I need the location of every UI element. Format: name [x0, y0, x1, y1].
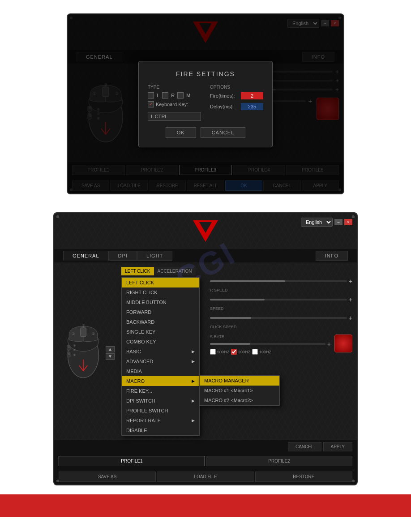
svg-rect-15	[81, 328, 86, 337]
tab2-general[interactable]: GENERAL	[63, 251, 109, 261]
macro-submenu: MACRO MANAGER MACRO #1 <Macro1> MACRO #2…	[199, 375, 280, 406]
button-subtabs: LEFT CLICK ACCELERATION	[121, 267, 206, 275]
delay-ms-row: Delay(ms):	[210, 103, 263, 110]
dropdown-right-click[interactable]: RIGHT CLICK	[122, 287, 199, 297]
window2: English – × GENERAL DPI LIGHT INFO	[53, 212, 358, 485]
svg-text:①: ①	[72, 332, 75, 336]
dialog-row-main: Type L R M ✓ Keyboard Key:	[148, 85, 263, 121]
bottom-row: S RATE + 500HZ	[210, 335, 352, 355]
s-rate-label: S RATE	[210, 335, 331, 339]
dropdown-fire-key[interactable]: FIRE KEY...	[122, 386, 199, 396]
rate-area: S RATE + 500HZ	[210, 335, 331, 355]
mouse-diagram-2: ① ② ③ ④ ⑤ ⑥ ⑦ ⑧ ▲ ▼	[59, 267, 117, 436]
submenu-macro-1[interactable]: MACRO #1 <Macro1>	[200, 386, 279, 395]
apply-btn-2[interactable]: APPLY	[323, 442, 353, 451]
accel-slider-3-row: +	[210, 314, 352, 322]
minimize-button-2[interactable]: –	[334, 219, 342, 225]
mouse-svg-2: ① ② ③ ④ ⑤ ⑥ ⑦ ⑧	[61, 317, 106, 386]
logo-icon-2	[193, 220, 218, 242]
dialog-overlay: FIRE SETTINGS Type L R M	[68, 14, 343, 193]
close-button-2[interactable]: ×	[344, 219, 352, 225]
dialog-title: FIRE SETTINGS	[148, 70, 263, 77]
accel-track-2[interactable]	[210, 299, 347, 300]
dropdown-dpi-switch[interactable]: DPI SWITCH ▶	[122, 396, 199, 406]
load-file-btn[interactable]: LOAD FILE	[157, 472, 254, 482]
dropdown-advanced[interactable]: ADVANCED ▶	[122, 356, 199, 366]
save-as-btn-2[interactable]: SAVE AS	[59, 472, 156, 482]
fire-times-input[interactable]	[241, 92, 263, 99]
accel-plus-1[interactable]: +	[349, 278, 352, 285]
dropdown-basic[interactable]: BASIC ▶	[122, 347, 199, 356]
tab2-info[interactable]: INFO	[316, 251, 348, 261]
window2-controls: English – ×	[301, 218, 352, 227]
dropdown-forward[interactable]: FORWARD	[122, 307, 199, 317]
dialog-buttons: OK CANCEL	[148, 127, 263, 138]
profile2-btn-2[interactable]: PROFILE2	[206, 456, 352, 466]
actions-bar-2: SAVE AS LOAD FILE RESTORE	[54, 469, 357, 485]
dropdown-macro[interactable]: MACRO ▶ MACRO MANAGER MACRO #1 <Macro1> …	[122, 376, 199, 386]
tab2-light[interactable]: LIGHT	[137, 251, 172, 261]
delay-ms-input[interactable]	[241, 103, 263, 110]
accel-track-1[interactable]	[210, 280, 347, 282]
accel-plus-2[interactable]: +	[349, 296, 352, 303]
profile1-btn-2[interactable]: PROFILE1	[59, 456, 205, 466]
report-rate-arrow: ▶	[192, 418, 195, 423]
freq-row-2: 500HZ 200HZ 100HZ	[210, 349, 331, 355]
dropdown-disable[interactable]: DISABLE	[122, 425, 199, 435]
svg-text:④: ④	[68, 345, 70, 349]
freq-200hz-label[interactable]: 200HZ	[231, 349, 250, 355]
accel-plus-3[interactable]: +	[349, 314, 352, 322]
acceleration-tab[interactable]: ACCELERATION	[154, 267, 196, 275]
freq-200hz-checkbox[interactable]	[231, 349, 237, 355]
accel-track-3[interactable]	[210, 317, 347, 319]
scroll-down-btn[interactable]: ▼	[106, 353, 115, 360]
cancel-btn-2[interactable]: CANCEL	[288, 442, 321, 451]
scroll-up-btn[interactable]: ▲	[106, 346, 115, 352]
dropdown-left-click[interactable]: LEFT CLICK	[122, 278, 199, 287]
keyboard-key-checkbox[interactable]: ✓	[148, 101, 154, 107]
svg-text:⑤: ⑤	[68, 352, 70, 356]
submenu-macro-manager[interactable]: MACRO MANAGER	[200, 376, 279, 386]
dropdown-combo-key[interactable]: COMBO KEY	[122, 337, 199, 347]
settings-panel-2: + R SPEED + SPEED	[210, 267, 352, 436]
svg-text:②: ②	[92, 332, 95, 336]
freq-500hz-label[interactable]: 500HZ	[210, 349, 229, 355]
rate-plus[interactable]: +	[327, 340, 331, 348]
dropdown-media[interactable]: MEDIA	[122, 366, 199, 376]
freq-100hz-checkbox[interactable]	[252, 349, 258, 355]
dropdown-report-rate[interactable]: REPORT RATE ▶	[122, 416, 199, 425]
tab2-dpi[interactable]: DPI	[109, 251, 137, 261]
type-label: Type	[148, 85, 201, 90]
dropdown-single-key[interactable]: SINGLE KEY	[122, 327, 199, 337]
radio-row-lrm: L R M	[148, 92, 201, 99]
freq-100hz-label[interactable]: 100HZ	[252, 349, 271, 355]
radio-r[interactable]	[162, 92, 168, 99]
dropdown-profile-switch[interactable]: PROFILE SWITCH	[122, 406, 199, 416]
freq-500hz-checkbox[interactable]	[210, 349, 216, 355]
left-click-tab[interactable]: LEFT CLICK	[121, 267, 154, 275]
language-select-2[interactable]: English	[301, 218, 333, 227]
inline-actions: CANCEL APPLY	[54, 440, 357, 453]
keyboard-key-input[interactable]	[148, 112, 201, 121]
restore-btn-2[interactable]: RESTORE	[255, 472, 352, 482]
basic-arrow: ▶	[192, 349, 195, 354]
profiles-bar-2: PROFILE1 PROFILE2	[54, 453, 357, 469]
options-label: Options	[210, 85, 263, 90]
window2-header: English – ×	[54, 213, 357, 249]
advanced-arrow: ▶	[192, 359, 195, 364]
svg-text:③: ③	[82, 324, 85, 328]
rate-track[interactable]	[210, 343, 325, 345]
dialog-ok-button[interactable]: OK	[166, 127, 196, 138]
speed-label: SPEED	[210, 306, 352, 311]
window2-content: ① ② ③ ④ ⑤ ⑥ ⑦ ⑧ ▲ ▼	[54, 262, 357, 440]
radio-m[interactable]	[177, 92, 184, 99]
radio-l[interactable]	[148, 92, 154, 99]
dropdown-middle-button[interactable]: MIDDLE BUTTON	[122, 297, 199, 307]
dialog-cancel-button[interactable]: CANCEL	[201, 127, 246, 138]
submenu-macro-2[interactable]: MACRO #2 <Macro2>	[200, 395, 279, 405]
dpi-arrow: ▶	[192, 399, 195, 403]
rate-slider-row: +	[210, 340, 331, 348]
dpi-color-btn-2[interactable]	[334, 335, 352, 352]
dropdown-backward[interactable]: BACKWARD	[122, 317, 199, 327]
r-speed-label: R SPEED	[210, 288, 352, 292]
